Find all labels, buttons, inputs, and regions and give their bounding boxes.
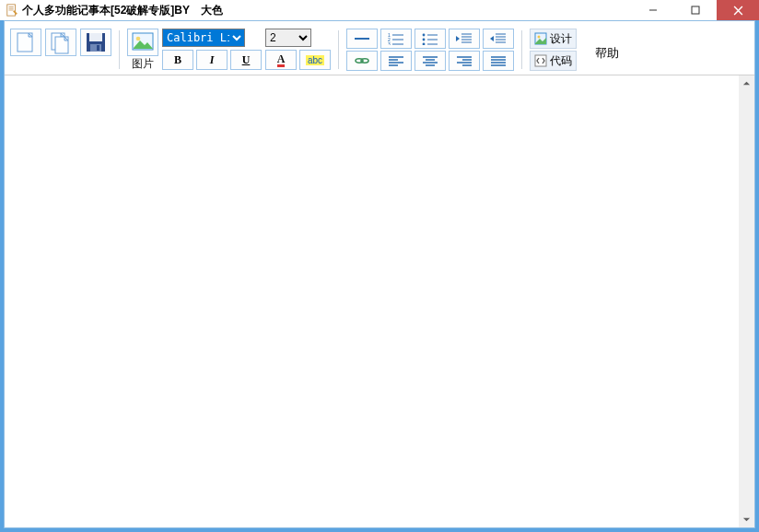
scroll-down-arrow[interactable] xyxy=(739,512,754,527)
unordered-list-button[interactable] xyxy=(415,29,446,49)
svg-point-10 xyxy=(136,37,141,41)
view-mode-group: 设计 代码 xyxy=(530,29,577,71)
editor-area xyxy=(5,75,754,527)
minimize-button[interactable] xyxy=(632,0,674,20)
help-link[interactable]: 帮助 xyxy=(582,29,626,62)
font-family-select[interactable]: Calibri Light xyxy=(162,29,245,47)
code-view-label: 代码 xyxy=(550,53,572,69)
font-size-select[interactable]: 2 xyxy=(265,29,311,47)
paragraph-group: 123 xyxy=(346,29,514,71)
svg-point-16 xyxy=(423,43,426,45)
window-controls xyxy=(632,0,759,20)
image-caption: 图片 xyxy=(132,57,154,70)
scroll-track[interactable] xyxy=(739,91,754,512)
align-center-button[interactable] xyxy=(415,51,446,71)
underline-button[interactable]: U xyxy=(230,50,262,70)
code-view-button[interactable]: 代码 xyxy=(530,51,577,71)
bold-button[interactable]: B xyxy=(162,50,193,70)
ordered-list-button[interactable]: 123 xyxy=(380,29,412,49)
file-group xyxy=(10,29,111,56)
insert-image-button[interactable] xyxy=(127,29,158,56)
toolbar: 图片 Calibri Light B I U xyxy=(5,21,754,75)
separator xyxy=(521,30,522,69)
design-view-label: 设计 xyxy=(550,31,572,47)
design-icon xyxy=(534,32,547,45)
app-window: 个人多功能记事本[52破解专版]BY 大色 xyxy=(0,0,759,532)
app-icon xyxy=(6,4,18,17)
font-color-button[interactable]: A xyxy=(265,50,297,70)
svg-text:3: 3 xyxy=(388,41,391,45)
insert-link-button[interactable] xyxy=(346,51,378,71)
close-button[interactable] xyxy=(717,0,759,20)
client-area: 图片 Calibri Light B I U xyxy=(4,20,755,528)
svg-point-14 xyxy=(423,34,426,37)
new-file-button[interactable] xyxy=(10,29,41,56)
align-justify-button[interactable] xyxy=(483,51,514,71)
vertical-scrollbar[interactable] xyxy=(739,75,754,527)
horizontal-rule-button[interactable] xyxy=(346,29,378,49)
svg-rect-1 xyxy=(692,6,699,14)
align-left-button[interactable] xyxy=(380,51,412,71)
svg-point-20 xyxy=(538,36,541,39)
svg-rect-6 xyxy=(89,33,102,41)
svg-point-15 xyxy=(423,39,426,41)
image-font-group: 图片 Calibri Light B I U xyxy=(127,29,331,70)
align-right-button[interactable] xyxy=(449,51,480,71)
title-bar: 个人多功能记事本[52破解专版]BY 大色 xyxy=(0,0,759,20)
separator xyxy=(338,30,339,69)
outdent-button[interactable] xyxy=(449,29,480,49)
design-view-button[interactable]: 设计 xyxy=(530,29,577,49)
window-title: 个人多功能记事本[52破解专版]BY 大色 xyxy=(22,3,223,18)
italic-button[interactable]: I xyxy=(196,50,228,70)
separator xyxy=(119,30,120,69)
maximize-button[interactable] xyxy=(674,0,717,20)
svg-rect-8 xyxy=(97,45,99,51)
indent-button[interactable] xyxy=(483,29,514,49)
save-button[interactable] xyxy=(80,29,111,56)
scroll-up-arrow[interactable] xyxy=(739,75,754,91)
svg-rect-7 xyxy=(90,44,101,52)
editor-content[interactable] xyxy=(5,75,739,527)
code-icon xyxy=(534,54,547,67)
highlight-button[interactable]: abc xyxy=(299,50,331,70)
open-file-button[interactable] xyxy=(45,29,76,56)
